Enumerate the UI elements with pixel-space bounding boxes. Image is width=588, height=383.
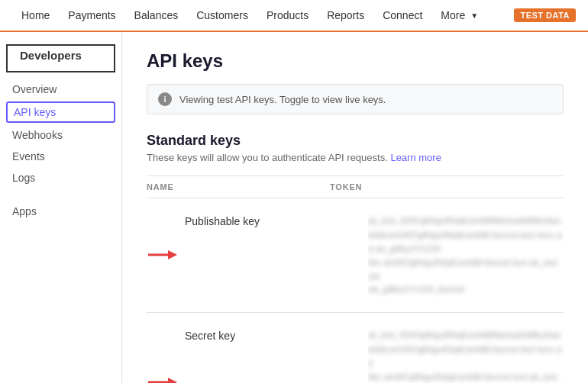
arrow-publishable-icon: [147, 247, 177, 262]
table-header: NAME TOKEN: [147, 176, 564, 198]
nav-item-customers[interactable]: Customers: [187, 0, 257, 31]
page-layout: Developers Overview API keys Webhooks Ev…: [0, 32, 588, 383]
nav-item-more[interactable]: More ▼: [431, 0, 487, 31]
sidebar-item-apps[interactable]: Apps: [0, 201, 121, 222]
standard-keys-title: Standard keys: [147, 133, 564, 149]
nav-item-reports[interactable]: Reports: [318, 0, 373, 31]
nav-item-payments[interactable]: Payments: [59, 0, 124, 31]
sidebar-heading: Developers: [6, 44, 115, 72]
table-row: Publishable key pk_test_4DhFg8HguIRdqfLt…: [147, 198, 564, 313]
svg-marker-3: [168, 378, 177, 383]
nav-item-home[interactable]: Home: [12, 0, 59, 31]
svg-marker-1: [168, 250, 177, 259]
info-banner: i Viewing test API keys. Toggle to view …: [147, 84, 564, 114]
chevron-down-icon: ▼: [470, 11, 478, 20]
sidebar-item-overview[interactable]: Overview: [0, 79, 121, 100]
secret-key-name: Secret key: [185, 328, 368, 342]
publishable-key-name: Publishable key: [185, 214, 368, 227]
learn-more-link[interactable]: Learn more: [390, 152, 441, 163]
arrow-secret-icon: [147, 375, 177, 383]
sidebar-item-logs[interactable]: Logs: [0, 167, 121, 188]
sidebar-item-events[interactable]: Events: [0, 146, 121, 167]
info-banner-text: Viewing test API keys. Toggle to view li…: [179, 94, 386, 105]
top-navigation: Home Payments Balances Customers Product…: [0, 0, 588, 32]
nav-item-balances[interactable]: Balances: [125, 0, 188, 31]
page-title: API keys: [147, 50, 564, 72]
standard-keys-subtitle: These keys will allow you to authenticat…: [147, 152, 564, 163]
sidebar: Developers Overview API keys Webhooks Ev…: [0, 32, 122, 383]
sidebar-item-webhooks[interactable]: Webhooks: [0, 124, 121, 146]
sidebar-divider: [0, 188, 121, 201]
col-header-token: TOKEN: [330, 182, 564, 192]
publishable-key-token: pk_test_4DhFg8HguIRdqfLte4dMNkhswAbMbu0a…: [368, 214, 564, 297]
standard-keys-section: Standard keys These keys will allow you …: [147, 133, 564, 383]
sidebar-item-api-keys[interactable]: API keys: [6, 101, 115, 123]
table-row: Secret key sk_test_4DhFg8HguIRdqfLte4dMN…: [147, 313, 564, 383]
main-content: API keys i Viewing test API keys. Toggle…: [122, 32, 588, 383]
nav-item-connect[interactable]: Connect: [373, 0, 431, 31]
info-icon: i: [158, 92, 172, 106]
col-header-name: NAME: [147, 182, 330, 192]
nav-item-products[interactable]: Products: [257, 0, 318, 31]
keys-table: NAME TOKEN Publishable key pk_test_4DhFg: [147, 175, 564, 383]
test-data-badge: TEST DATA: [514, 8, 576, 22]
secret-key-token: sk_test_4DhFg8HguIRdqfLte4dMNkHsaGbMbu0a…: [368, 328, 564, 383]
